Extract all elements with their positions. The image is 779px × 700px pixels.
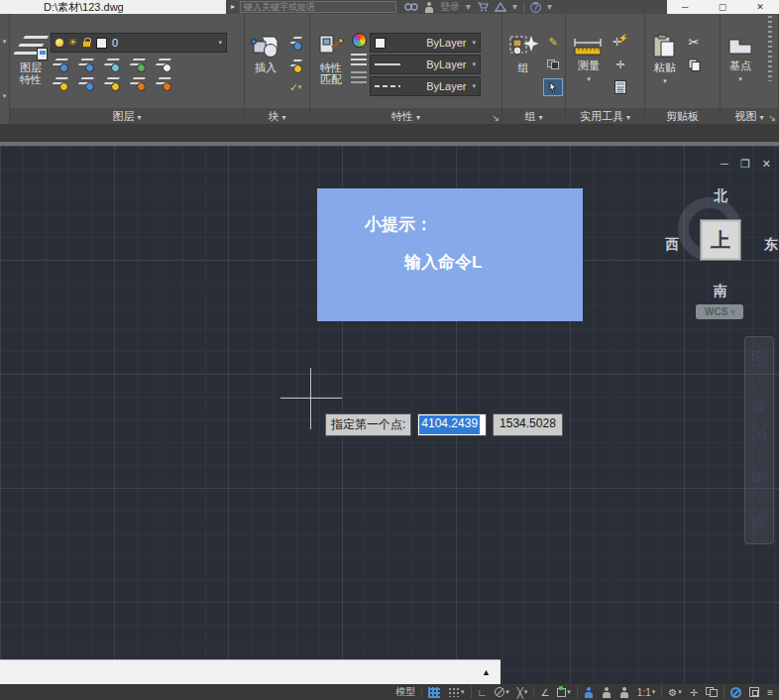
linetype-icon[interactable] <box>351 71 367 83</box>
lineweight-icon[interactable] <box>351 54 367 65</box>
scale-chevron-icon[interactable]: ▾ <box>652 688 656 696</box>
viewcube-west[interactable]: 西 <box>665 236 679 254</box>
viewcube-north[interactable]: 北 <box>669 187 772 205</box>
snap-chevron-icon[interactable]: ▾ <box>461 688 465 696</box>
zoom-chevron-icon[interactable]: ▾ <box>757 452 760 459</box>
isoplane-toggle[interactable]: ╳▾ <box>515 684 530 700</box>
ungroup-icon[interactable]: ✎ <box>543 33 563 51</box>
navigation-wheel-icon[interactable] <box>750 350 768 368</box>
zoom-extents-icon[interactable] <box>750 423 768 441</box>
annotation-visibility-toggle[interactable] <box>582 684 596 700</box>
color-dropdown[interactable]: ByLayer ▾ <box>370 33 481 53</box>
ortho-toggle[interactable]: ∟ <box>476 684 490 700</box>
annotation-scale-dropdown[interactable]: 1:1▾ <box>635 684 657 700</box>
linetype-dropdown[interactable]: ByLayer ▾ <box>370 76 481 96</box>
tab-expander-icon[interactable]: ▸ <box>226 0 240 14</box>
object-snap-tracking-toggle[interactable]: ∠ <box>538 684 551 700</box>
orbit-chevron-icon[interactable]: ▾ <box>757 497 760 504</box>
drawing-canvas[interactable]: ─ ❐ ✕ 小提示： 输入命令L 北 南 西 东 上 WCS▿ 指定第一个点: … <box>0 146 779 684</box>
panel-label-properties[interactable]: 特性 ▾ ↘ <box>310 108 501 124</box>
group-button[interactable]: 组 <box>506 33 540 106</box>
window-minimize-button[interactable]: ─ <box>682 2 688 12</box>
annotation-scale-icon-button[interactable] <box>617 684 631 700</box>
grid-display-toggle[interactable] <box>426 684 442 700</box>
lineweight-dropdown[interactable]: ByLayer ▾ <box>370 55 481 74</box>
command-line-bar[interactable]: ▲ <box>0 659 501 684</box>
showmotion-icon[interactable] <box>750 515 768 530</box>
isolate-objects-button[interactable] <box>704 684 720 700</box>
paste-button[interactable]: 粘贴 ▾ <box>649 33 681 106</box>
copy-icon[interactable] <box>684 56 704 73</box>
layer-make-current-icon[interactable] <box>154 57 171 71</box>
a360-icon[interactable] <box>495 2 506 12</box>
wcs-dropdown[interactable]: WCS▿ <box>696 304 743 319</box>
help-icon[interactable]: ? <box>530 2 541 13</box>
panel-label-utilities[interactable]: 实用工具 ▾ <box>566 108 644 124</box>
layer-off-icon[interactable] <box>51 57 68 71</box>
window-close-button[interactable]: ✕ <box>756 2 764 12</box>
layer-match-icon[interactable] <box>154 75 171 90</box>
help-dropdown-icon[interactable]: ▾ <box>547 0 552 14</box>
search-input[interactable]: 键入关键字或短语 <box>240 1 396 13</box>
viewcube-south[interactable]: 南 <box>669 283 772 300</box>
workspace-switching-button[interactable]: ⚙▾ <box>666 684 683 700</box>
pan-hand-icon[interactable] <box>750 396 768 413</box>
layer-select-dropdown[interactable]: ☀ 0 ▾ <box>51 33 227 53</box>
panel-label-clipboard[interactable]: 剪贴板 <box>645 108 720 124</box>
snap-mode-toggle[interactable]: ▾ <box>446 684 467 700</box>
nav-wheel-chevron-icon[interactable]: ▾ <box>757 379 760 386</box>
point-style-icon[interactable]: ✛ <box>611 56 630 73</box>
auto-scale-toggle[interactable] <box>600 684 613 700</box>
doc-restore-button[interactable]: ❐ <box>740 158 750 171</box>
layer-isolate-icon[interactable] <box>76 57 94 71</box>
cut-icon[interactable]: ✂ <box>684 33 704 51</box>
polar-tracking-toggle[interactable]: ▾ <box>493 684 511 700</box>
viewcube[interactable]: 北 南 西 东 上 WCS▿ <box>669 187 772 326</box>
block-create-icon[interactable] <box>285 56 305 73</box>
model-space-button[interactable]: 模型 <box>393 684 417 700</box>
command-history-expand-icon[interactable]: ▲ <box>482 667 491 677</box>
panel-label-view[interactable]: 视图 ▾ ↘ <box>721 108 778 124</box>
layer-lock-icon[interactable] <box>128 57 146 71</box>
viewcube-top-face[interactable]: 上 <box>700 219 741 261</box>
ribbon-scroll-handle[interactable] <box>768 16 772 81</box>
polar-chevron-icon[interactable]: ▾ <box>505 688 509 696</box>
layer-unlock-all-icon[interactable] <box>128 75 146 90</box>
layer-freeze-icon[interactable] <box>102 57 120 71</box>
annotation-monitor-button[interactable]: ✛ <box>688 684 700 700</box>
layer-on-all-icon[interactable] <box>51 75 68 90</box>
block-attributes-icon[interactable]: ✓▾ <box>285 78 305 96</box>
login-dropdown-icon[interactable]: ▾ <box>466 0 471 14</box>
clean-screen-button[interactable] <box>747 684 761 700</box>
layer-unisolate-icon[interactable] <box>76 75 94 90</box>
a360-dropdown-icon[interactable]: ▾ <box>512 0 517 14</box>
block-edit-icon[interactable] <box>285 33 305 51</box>
layer-thaw-all-icon[interactable] <box>102 75 120 90</box>
panel-label-layers[interactable]: 图层 ▾ <box>10 108 244 124</box>
app-store-cart-icon[interactable] <box>477 2 489 12</box>
viewcube-east[interactable]: 东 <box>764 236 778 254</box>
match-properties-button[interactable]: 特性匹配 <box>314 33 348 106</box>
overflow-chevron-icon[interactable]: ▾ <box>3 38 7 46</box>
login-button[interactable]: 登录 <box>440 0 460 14</box>
layer-properties-button[interactable]: 图层特性 <box>14 33 48 106</box>
overflow-chevron-icon[interactable]: ▾ <box>3 92 7 100</box>
orbit-icon[interactable] <box>750 469 768 487</box>
doc-close-button[interactable]: ✕ <box>762 158 771 171</box>
insert-button[interactable]: 插入 <box>249 33 282 106</box>
workspace-chevron-icon[interactable]: ▾ <box>678 688 682 696</box>
dynamic-input-y-field[interactable]: 1534.5028 <box>493 413 563 436</box>
hardware-acceleration-button[interactable] <box>728 684 743 700</box>
panel-label-groups[interactable]: 组 ▾ <box>502 108 565 124</box>
isoplane-chevron-icon[interactable]: ▾ <box>524 688 528 696</box>
quick-calculator-icon[interactable] <box>611 78 630 96</box>
id-point-icon[interactable]: ✛⚡ <box>611 33 630 51</box>
customization-button[interactable]: ≡ <box>765 684 775 700</box>
base-point-button[interactable]: 基点 ▾ <box>724 33 756 106</box>
doc-minimize-button[interactable]: ─ <box>721 158 728 171</box>
dynamic-input-x-field[interactable]: 4104.2439 <box>417 413 487 436</box>
object-color-icon[interactable] <box>352 33 367 48</box>
panel-label-block[interactable]: 块 ▾ <box>245 108 309 124</box>
measure-button[interactable]: 测量 ▾ <box>570 33 608 106</box>
group-edit-icon[interactable] <box>543 56 563 73</box>
